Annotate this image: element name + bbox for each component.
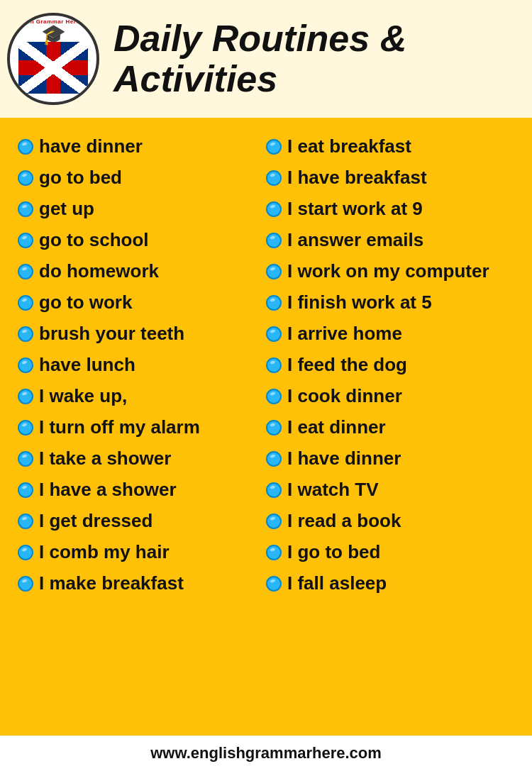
bullet-icon (18, 389, 33, 404)
bullet-icon (18, 451, 33, 467)
item-text: I take a shower (39, 448, 171, 470)
footer: www.englishgrammarhere.com (0, 736, 532, 771)
item-text: I turn off my alarm (39, 416, 200, 438)
item-text: I wake up, (39, 385, 127, 407)
list-item: I arrive home (266, 319, 514, 349)
list-item: I have breakfast (266, 163, 514, 193)
bullet-icon (266, 389, 282, 404)
item-text: have lunch (39, 354, 135, 376)
item-text: I comb my hair (39, 541, 170, 563)
item-text: I fall asleep (287, 572, 387, 594)
bullet-icon (18, 576, 33, 592)
bullet-icon (266, 357, 282, 373)
item-text: go to school (39, 229, 149, 251)
item-text: I start work at 9 (287, 198, 423, 220)
two-column-list: have dinner go to bed get up go to schoo… (18, 132, 514, 599)
title-block: Daily Routines & Activities (113, 18, 518, 99)
bullet-icon (266, 420, 282, 436)
item-text: I watch TV (287, 479, 379, 501)
bullet-icon (18, 326, 33, 342)
list-item: I go to bed (266, 538, 514, 567)
bullet-icon (18, 545, 33, 560)
item-text: I get dressed (39, 510, 153, 532)
bullet-icon (266, 295, 282, 311)
item-text: I finish work at 5 (287, 292, 432, 314)
bullet-icon (18, 201, 33, 217)
list-item: have dinner (18, 132, 266, 162)
list-item: I feed the dog (266, 350, 514, 380)
bullet-icon (18, 139, 33, 155)
item-text: go to bed (39, 167, 122, 189)
footer-url: www.englishgrammarhere.com (150, 744, 382, 762)
list-item: I have dinner (266, 444, 514, 474)
list-item: I read a book (266, 506, 514, 536)
bullet-icon (18, 170, 33, 186)
list-item: go to bed (18, 163, 266, 193)
item-text: I have dinner (287, 448, 401, 470)
item-text: I arrive home (287, 323, 402, 345)
item-text: I work on my computer (287, 260, 489, 282)
list-item: I start work at 9 (266, 194, 514, 224)
item-text: I make breakfast (39, 572, 184, 594)
list-item: I make breakfast (18, 569, 266, 599)
bullet-icon (266, 482, 282, 498)
item-text: I have a shower (39, 479, 177, 501)
list-item: have lunch (18, 350, 266, 380)
grad-cap-icon: 🎓 (41, 23, 66, 46)
item-text: have dinner (39, 135, 143, 157)
list-item: brush your teeth (18, 319, 266, 349)
list-item: do homework (18, 257, 266, 287)
list-item: I finish work at 5 (266, 288, 514, 318)
item-text: I answer emails (287, 229, 423, 251)
item-text: do homework (39, 260, 159, 282)
bullet-icon (266, 451, 282, 467)
item-text: I feed the dog (287, 354, 407, 376)
item-text: get up (39, 198, 94, 220)
bullet-icon (18, 264, 33, 279)
list-item: go to school (18, 226, 266, 255)
list-item: I eat breakfast (266, 132, 514, 162)
list-item: go to work (18, 288, 266, 318)
list-item: I comb my hair (18, 538, 266, 567)
bullet-icon (266, 139, 282, 155)
item-text: I go to bed (287, 541, 380, 563)
bullet-icon (266, 170, 282, 186)
list-item: I eat dinner (266, 413, 514, 443)
page-header: English Grammar Here.Com 🎓 Daily Routine… (0, 0, 532, 118)
list-item: I cook dinner (266, 382, 514, 411)
list-item: I work on my computer (266, 257, 514, 287)
logo: English Grammar Here.Com 🎓 (7, 13, 99, 105)
list-item: get up (18, 194, 266, 224)
list-item: I wake up, (18, 382, 266, 411)
list-item: I take a shower (18, 444, 266, 474)
bullet-icon (18, 514, 33, 529)
page-title: Daily Routines & Activities (113, 18, 518, 99)
bullet-icon (266, 576, 282, 592)
bullet-icon (266, 201, 282, 217)
bullet-icon (266, 326, 282, 342)
main-content: have dinner go to bed get up go to schoo… (0, 118, 532, 736)
bullet-icon (18, 233, 33, 248)
bullet-icon (266, 264, 282, 279)
bullet-icon (18, 357, 33, 373)
flag-bg (18, 42, 88, 94)
right-column: I eat breakfast I have breakfast I start… (266, 132, 514, 599)
item-text: I read a book (287, 510, 401, 532)
list-item: I fall asleep (266, 569, 514, 599)
bullet-icon (266, 514, 282, 529)
list-item: I answer emails (266, 226, 514, 255)
item-text: I cook dinner (287, 385, 402, 407)
list-item: I turn off my alarm (18, 413, 266, 443)
bullet-icon (18, 420, 33, 436)
bullet-icon (18, 295, 33, 311)
bullet-icon (266, 233, 282, 248)
list-item: I get dressed (18, 506, 266, 536)
bullet-icon (18, 482, 33, 498)
item-text: go to work (39, 292, 132, 314)
item-text: I eat dinner (287, 416, 386, 438)
list-item: I have a shower (18, 475, 266, 505)
list-item: I watch TV (266, 475, 514, 505)
item-text: brush your teeth (39, 323, 184, 345)
left-column: have dinner go to bed get up go to schoo… (18, 132, 266, 599)
item-text: I have breakfast (287, 167, 427, 189)
